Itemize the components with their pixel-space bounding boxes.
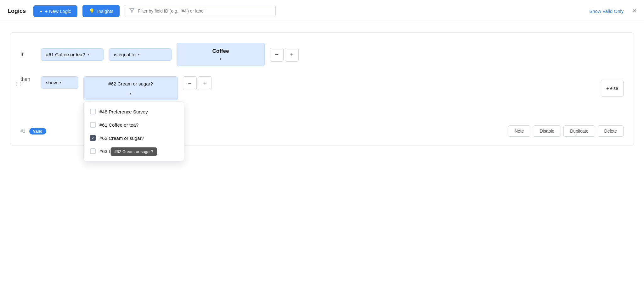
add-condition-button[interactable]: + — [285, 48, 299, 62]
else-button[interactable]: + else — [601, 80, 624, 97]
dropdown-item-61-label: #61 Coffee or tea? — [99, 122, 138, 128]
header: Logics + + New Logic 💡 Insights Show Val… — [0, 0, 644, 22]
checkbox-63[interactable] — [90, 148, 96, 154]
plus-icon: + — [40, 8, 42, 14]
dropdown-item-62-label: #62 Cream or sugar? — [99, 135, 144, 141]
footer-right: Note Disable Duplicate Delete — [508, 125, 624, 137]
duplicate-button[interactable]: Duplicate — [563, 125, 595, 137]
checkbox-48[interactable] — [90, 109, 96, 114]
condition-field-button[interactable]: #61 Coffee or tea? ▾ — [41, 48, 104, 61]
if-row: If #61 Coffee or tea? ▾ is equal to ▾ Co… — [20, 43, 624, 66]
insights-button[interactable]: 💡 Insights — [82, 5, 120, 17]
chevron-down-icon-5: ▾ — [130, 91, 132, 96]
condition-value-label: Coffee — [212, 48, 229, 54]
show-valid-only-link[interactable]: Show Valid Only — [589, 8, 624, 14]
footer-left: #1 Valid — [20, 128, 46, 135]
then-field-button[interactable]: #62 Cream or sugar? ▾ — [83, 76, 178, 100]
note-button[interactable]: Note — [508, 125, 531, 137]
tooltip-62: #62 Cream or sugar? — [111, 147, 157, 156]
chevron-down-icon-2: ▾ — [138, 52, 140, 57]
remove-then-button[interactable]: − — [183, 76, 197, 90]
dropdown-item-48-label: #48 Preference Survey — [99, 109, 148, 114]
drag-handle[interactable]: ⋮⋮ — [14, 81, 23, 86]
page-title: Logics — [8, 8, 26, 14]
disable-button[interactable]: Disable — [533, 125, 561, 137]
remove-condition-button[interactable]: − — [270, 48, 284, 62]
filter-icon — [129, 8, 134, 14]
main-content: If #61 Coffee or tea? ▾ is equal to ▾ Co… — [0, 22, 644, 156]
new-logic-label: + New Logic — [45, 8, 71, 14]
add-then-button[interactable]: + — [198, 76, 212, 90]
then-field-container: #62 Cream or sugar? ▾ #48 Preference Sur… — [83, 76, 178, 100]
condition-action-buttons: − + — [270, 48, 299, 62]
bulb-icon: 💡 — [89, 8, 95, 14]
valid-badge: Valid — [29, 128, 46, 135]
if-label: If — [20, 52, 36, 58]
logic-number: #1 — [20, 129, 25, 134]
then-action-buttons: − + — [183, 76, 212, 90]
checkbox-61[interactable] — [90, 122, 96, 128]
filter-container — [125, 5, 276, 17]
dropdown-item-48[interactable]: #48 Preference Survey — [84, 105, 184, 118]
insights-label: Insights — [97, 8, 114, 14]
dropdown-item-62[interactable]: #62 Cream or sugar? #62 Cream or sugar? — [84, 131, 184, 145]
then-field-dropdown: #48 Preference Survey #61 Coffee or tea?… — [83, 102, 184, 161]
delete-button[interactable]: Delete — [598, 125, 624, 137]
new-logic-button[interactable]: + + New Logic — [33, 5, 77, 17]
checkbox-62[interactable] — [90, 135, 96, 141]
then-field-label: #62 Cream or sugar? — [108, 81, 153, 86]
then-area: ⋮⋮ then show ▾ #62 Cream or sugar? ▾ — [20, 76, 624, 100]
then-action-button[interactable]: show ▾ — [41, 76, 78, 89]
condition-operator-button[interactable]: is equal to ▾ — [109, 48, 172, 61]
chevron-down-icon-4: ▾ — [59, 80, 61, 85]
logic-card: If #61 Coffee or tea? ▾ is equal to ▾ Co… — [10, 32, 634, 146]
chevron-down-icon-3: ▾ — [220, 57, 222, 61]
svg-marker-0 — [130, 8, 134, 12]
chevron-down-icon: ▾ — [88, 52, 89, 57]
condition-field-label: #61 Coffee or tea? — [46, 52, 85, 57]
app-container: Logics + + New Logic 💡 Insights Show Val… — [0, 0, 644, 308]
then-row: ⋮⋮ then show ▾ #62 Cream or sugar? ▾ — [20, 76, 624, 100]
then-action-label: show — [46, 80, 57, 85]
dropdown-item-61[interactable]: #61 Coffee or tea? — [84, 118, 184, 131]
condition-value-button[interactable]: Coffee ▾ — [177, 43, 265, 66]
close-button[interactable]: × — [632, 7, 636, 15]
filter-input[interactable] — [138, 8, 271, 14]
condition-operator-label: is equal to — [114, 52, 135, 57]
